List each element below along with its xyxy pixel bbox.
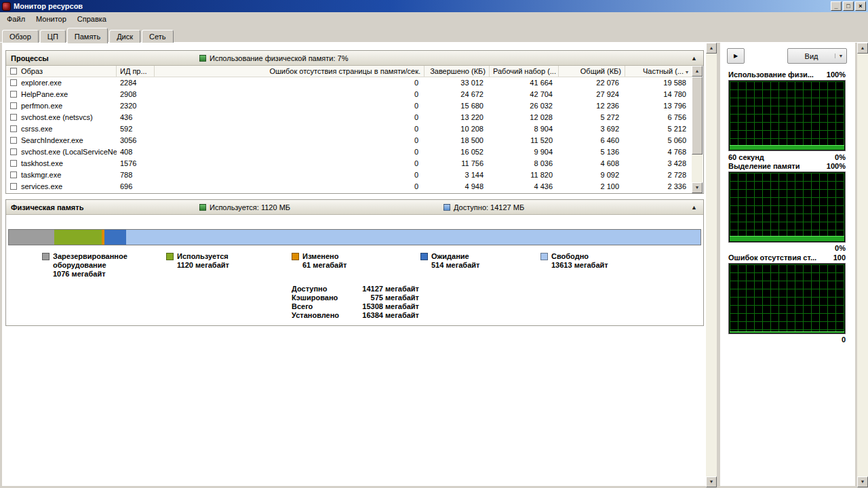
collapse-processes-icon[interactable]: ▲: [691, 55, 697, 62]
process-row[interactable]: svchost.exe (netsvcs)436013 22012 0285 2…: [7, 112, 692, 123]
column-label: Завершено (КБ): [430, 67, 486, 75]
process-table-scrollbar[interactable]: ▲ ▼: [692, 66, 703, 193]
process-cell: 5 136: [559, 146, 625, 158]
process-cell: 15 680: [425, 100, 490, 112]
process-checkbox[interactable]: [10, 114, 17, 121]
graph-grid: [730, 173, 844, 241]
process-row[interactable]: HelpPane.exe2908024 67242 70427 92414 78…: [7, 89, 692, 100]
process-checkbox[interactable]: [10, 171, 17, 178]
available-memory-legend: Доступно: 14127 МБ: [443, 203, 524, 211]
process-cell: 2284: [117, 77, 155, 89]
process-cell: svchost.exe (netsvcs): [7, 112, 117, 123]
column-header-4[interactable]: Рабочий набор (...: [490, 66, 559, 77]
menu-item-help[interactable]: Справка: [72, 13, 112, 25]
process-image-name: svchost.exe (LocalServiceNetwo...: [21, 148, 117, 156]
tab-strip: ОбзорЦППамятьДискСеть: [2, 27, 175, 43]
process-row[interactable]: perfmon.exe2320015 68026 03212 23613 796: [7, 100, 692, 112]
process-image-name: taskhost.exe: [21, 159, 63, 167]
process-cell: 0: [155, 146, 425, 158]
process-cell: 18 500: [425, 135, 490, 146]
stat-label: Всего: [292, 302, 354, 311]
process-row[interactable]: SearchIndexer.exe3056018 50011 5206 4605…: [7, 135, 692, 146]
hard-faults-graph: [728, 263, 846, 334]
process-table-header: ОбразИД пр...Ошибок отсутствия страницы …: [7, 66, 692, 77]
column-header-6[interactable]: Частный (...▾: [625, 66, 692, 77]
process-cell: 5 272: [559, 112, 625, 123]
collapse-memory-icon[interactable]: ▲: [691, 204, 697, 211]
scroll-down-button[interactable]: ▼: [706, 476, 717, 487]
column-header-1[interactable]: ИД пр...: [117, 66, 155, 77]
select-all-checkbox[interactable]: [10, 68, 17, 75]
process-checkbox[interactable]: [10, 125, 17, 132]
process-cell: perfmon.exe: [7, 100, 117, 112]
view-dropdown-button[interactable]: Вид ▼: [787, 48, 847, 64]
memory-bar-segment-free: [126, 230, 701, 245]
legend-text: Используется1120 мегабайт: [177, 252, 229, 270]
process-row[interactable]: explorer.exe2284033 01241 66422 07619 58…: [7, 77, 692, 89]
tab-network[interactable]: Сеть: [142, 30, 173, 43]
process-row[interactable]: svchost.exe (LocalServiceNetwo...408016 …: [7, 146, 692, 158]
memory-bar-segment-in-use: [54, 230, 102, 245]
column-header-0[interactable]: Образ: [7, 66, 117, 77]
scroll-down-button[interactable]: ▼: [857, 476, 868, 487]
process-cell: 6 460: [559, 135, 625, 146]
process-image-name: SearchIndexer.exe: [21, 136, 83, 144]
scrollbar-thumb[interactable]: [692, 77, 703, 155]
graph-title: Выделение памяти: [728, 162, 800, 170]
process-cell: 2320: [117, 100, 155, 112]
stat-label: Установлено: [292, 311, 354, 320]
menu-item-file[interactable]: Файл: [1, 13, 31, 25]
tab-disk[interactable]: Диск: [109, 30, 140, 43]
process-checkbox[interactable]: [10, 91, 17, 98]
legend-value: 13613 мегабайт: [551, 261, 608, 270]
collapse-panel-button[interactable]: ▶: [727, 48, 745, 64]
scroll-up-button[interactable]: ▲: [706, 43, 717, 54]
restore-button[interactable]: □: [843, 1, 854, 11]
column-header-2[interactable]: Ошибок отсутствия страницы в памяти/сек.: [155, 66, 425, 77]
process-cell: 4 948: [425, 181, 490, 192]
column-label: ИД пр...: [120, 67, 147, 75]
tab-cpu[interactable]: ЦП: [40, 30, 66, 43]
column-header-5[interactable]: Общий (КБ): [559, 66, 625, 77]
scroll-up-button[interactable]: ▲: [857, 43, 868, 54]
memory-legend-modified: Изменено61 мегабайт: [292, 252, 347, 270]
memory-tab-page: Процессы Использование физической памяти…: [2, 43, 706, 486]
process-image-name: csrss.exe: [21, 125, 52, 133]
process-row[interactable]: services.exe69604 9484 4362 1002 336: [7, 181, 692, 192]
process-checkbox[interactable]: [10, 102, 17, 109]
process-cell: 0: [155, 181, 425, 192]
processes-section: Процессы Использование физической памяти…: [5, 50, 704, 194]
process-cell: 2 100: [559, 181, 625, 192]
process-checkbox[interactable]: [10, 160, 17, 167]
scroll-down-button[interactable]: ▼: [692, 182, 703, 193]
process-cell: 9 092: [559, 169, 625, 181]
memory-legend-in-use: Используется1120 мегабайт: [166, 252, 229, 270]
process-cell: 592: [117, 123, 155, 135]
process-checkbox[interactable]: [10, 137, 17, 144]
process-checkbox[interactable]: [10, 79, 17, 86]
tab-memory[interactable]: Память: [67, 28, 108, 43]
tab-overview[interactable]: Обзор: [2, 30, 39, 43]
process-image-name: HelpPane.exe: [21, 90, 68, 98]
close-button[interactable]: ×: [855, 1, 866, 11]
graph-max-label: 100%: [827, 70, 846, 79]
process-cell: 16 052: [425, 146, 490, 158]
process-row[interactable]: csrss.exe592010 2088 9043 6925 212: [7, 123, 692, 135]
column-header-3[interactable]: Завершено (КБ): [425, 66, 490, 77]
process-row[interactable]: taskmgr.exe78803 14411 8209 0922 728: [7, 169, 692, 181]
graphs-toolbar: ▶ Вид ▼: [727, 48, 847, 64]
graph-time-label: 60 секунд: [728, 153, 764, 161]
process-cell: 5 060: [625, 135, 692, 146]
process-checkbox[interactable]: [10, 148, 17, 155]
left-pane-scrollbar[interactable]: ▲ ▼: [706, 43, 717, 487]
process-checkbox[interactable]: [10, 183, 17, 190]
memory-bar-segment-reserved: [9, 230, 54, 245]
minimize-button[interactable]: _: [831, 1, 842, 11]
menu-item-monitor[interactable]: Монитор: [31, 13, 72, 25]
scroll-up-button[interactable]: ▲: [692, 66, 703, 77]
blue-square-icon: [443, 204, 450, 211]
right-pane-scrollbar[interactable]: ▲ ▼: [857, 43, 868, 487]
process-row[interactable]: taskhost.exe1576011 7568 0364 6083 428: [7, 158, 692, 169]
graph-max-label: 100: [833, 253, 846, 262]
stat-value: 14127 мегабайт: [354, 285, 419, 293]
